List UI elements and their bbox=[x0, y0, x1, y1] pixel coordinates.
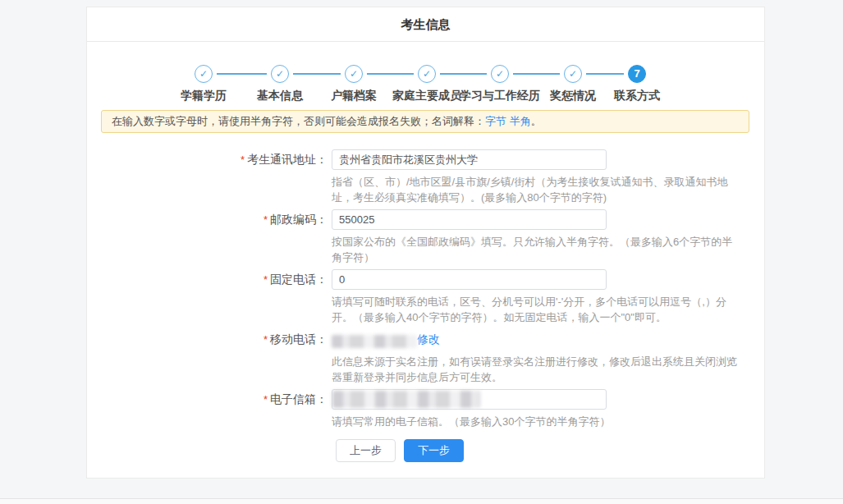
step-label: 学籍学历 bbox=[181, 89, 227, 103]
email-help-text: 请填写常用的电子信箱。（最多输入30个字节的半角字符） bbox=[332, 414, 738, 429]
check-icon bbox=[271, 65, 289, 83]
stepper-step-xueji: 学籍学历 bbox=[181, 65, 227, 103]
address-help-text: 指省（区、市）/地市区盟/县市旗/乡镇/街村（为考生接收复试通知书、录取通知书地… bbox=[332, 174, 738, 205]
previous-step-button[interactable]: 上一步 bbox=[336, 439, 396, 462]
required-asterisk: * bbox=[263, 273, 268, 286]
step-label: 奖惩情况 bbox=[550, 89, 596, 103]
landline-input[interactable] bbox=[332, 269, 607, 290]
required-asterisk: * bbox=[263, 393, 268, 405]
stepper-step-experience: 学习与工作经历 bbox=[460, 65, 540, 103]
byte-definition-link[interactable]: 字节 bbox=[485, 115, 506, 127]
check-icon bbox=[195, 65, 213, 83]
landline-help-text: 请填写可随时联系的电话，区号、分机号可以用'-'分开，多个电话可以用逗号（,）分… bbox=[332, 294, 738, 325]
form-row-email: *电子信箱： 请填写常用的电子信箱。（最多输入30个字节的半角字符） bbox=[87, 389, 764, 429]
postal-code-input[interactable] bbox=[332, 209, 607, 230]
check-icon bbox=[491, 65, 509, 83]
step-label: 基本信息 bbox=[257, 89, 303, 103]
field-label: *邮政编码： bbox=[87, 209, 332, 265]
form-row-landline: *固定电话： 请填写可随时联系的电话，区号、分机号可以用'-'分开，多个电话可以… bbox=[87, 269, 764, 325]
wizard-stepper: 学籍学历 基本信息 户籍档案 家庭主要成员 学习与工作经历 奖惩情况 7 联系方… bbox=[87, 42, 764, 104]
required-asterisk: * bbox=[263, 213, 268, 226]
field-label: *移动电话： bbox=[87, 329, 332, 385]
mobile-help-text: 此信息来源于实名注册，如有误请登录实名注册进行修改，修改后退出系统且关闭浏览器重… bbox=[332, 354, 738, 385]
field-label: *电子信箱： bbox=[87, 389, 332, 429]
step-label: 家庭主要成员 bbox=[392, 89, 461, 103]
step-label: 户籍档案 bbox=[331, 89, 377, 103]
form-row-mobile: *移动电话： 修改 此信息来源于实名注册，如有误请登录实名注册进行修改，修改后退… bbox=[87, 329, 764, 385]
step-label: 联系方式 bbox=[614, 89, 660, 103]
next-step-button[interactable]: 下一步 bbox=[404, 439, 464, 462]
stepper-step-contact-current: 7 联系方式 bbox=[614, 65, 660, 103]
halfwidth-definition-link[interactable]: 半角 bbox=[510, 115, 531, 127]
check-icon bbox=[418, 65, 436, 83]
page-title: 考生信息 bbox=[87, 7, 764, 42]
candidate-info-card: 考生信息 学籍学历 基本信息 户籍档案 家庭主要成员 学习与工作经历 bbox=[86, 7, 765, 479]
check-icon bbox=[564, 65, 582, 83]
address-input[interactable] bbox=[332, 149, 607, 170]
step-label: 学习与工作经历 bbox=[460, 89, 540, 103]
modify-mobile-link[interactable]: 修改 bbox=[417, 332, 440, 346]
stepper-step-family: 家庭主要成员 bbox=[392, 65, 461, 103]
required-asterisk: * bbox=[241, 153, 245, 166]
current-step-number-badge: 7 bbox=[628, 65, 646, 83]
mobile-number-redacted-value bbox=[332, 335, 417, 348]
page-bottom-divider bbox=[0, 498, 843, 504]
field-label: *考生通讯地址： bbox=[87, 149, 332, 205]
halfwidth-notice-bar: 在输入数字或字母时，请使用半角字符，否则可能会造成报名失败；名词解释：字节 半角… bbox=[101, 110, 749, 133]
check-icon bbox=[345, 65, 363, 83]
stepper-step-awards: 奖惩情况 bbox=[550, 65, 596, 103]
form-row-postal-code: *邮政编码： 按国家公布的《全国邮政编码》填写。只允许输入半角字符。（最多输入6… bbox=[87, 209, 764, 265]
stepper-step-basic-info: 基本信息 bbox=[257, 65, 303, 103]
form-actions: 上一步 下一步 bbox=[332, 439, 764, 462]
form-row-address: *考生通讯地址： 指省（区、市）/地市区盟/县市旗/乡镇/街村（为考生接收复试通… bbox=[87, 149, 764, 205]
notice-suffix: 。 bbox=[531, 115, 542, 127]
required-asterisk: * bbox=[263, 333, 268, 346]
contact-form: *考生通讯地址： 指省（区、市）/地市区盟/县市旗/乡镇/街村（为考生接收复试通… bbox=[87, 149, 764, 462]
postal-code-help-text: 按国家公布的《全国邮政编码》填写。只允许输入半角字符。（最多输入6个字节的半角字… bbox=[332, 234, 738, 265]
field-label: *固定电话： bbox=[87, 269, 332, 325]
notice-text: 在输入数字或字母时，请使用半角字符，否则可能会造成报名失败；名词解释： bbox=[112, 115, 485, 127]
email-redacted-value bbox=[332, 391, 480, 408]
stepper-step-huji: 户籍档案 bbox=[331, 65, 377, 103]
